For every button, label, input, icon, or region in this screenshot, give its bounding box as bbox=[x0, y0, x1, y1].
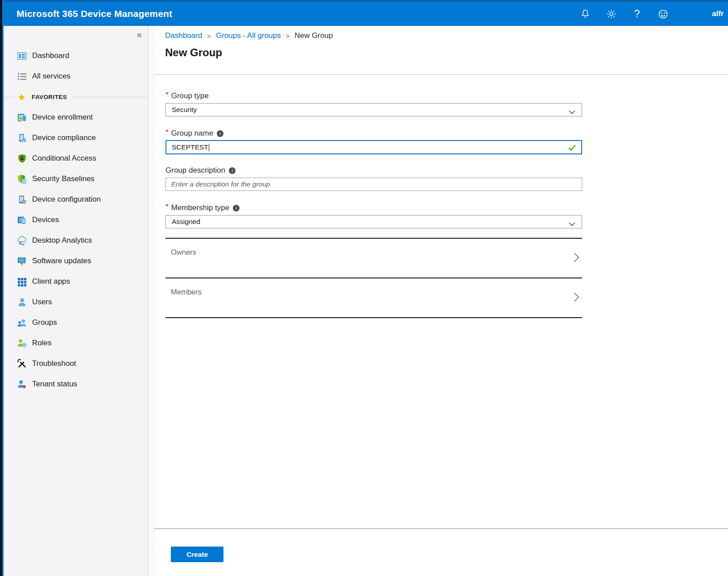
group-type-select[interactable]: Security bbox=[165, 103, 582, 116]
membership-type-label: * Membership type i bbox=[165, 203, 240, 212]
breadcrumb-separator: > bbox=[285, 32, 290, 40]
sidebar-item-client-apps[interactable]: Client apps bbox=[4, 271, 148, 292]
notifications-bell-icon[interactable] bbox=[575, 2, 595, 26]
star-icon bbox=[17, 93, 26, 101]
security-baselines-icon bbox=[17, 174, 27, 184]
breadcrumb: Dashboard > Groups - All groups > New Gr… bbox=[165, 31, 333, 40]
divider bbox=[73, 97, 148, 97]
valid-check-icon bbox=[568, 145, 576, 153]
group-type-value: Security bbox=[172, 106, 197, 114]
sidebar-item-device-configuration[interactable]: Device configuration bbox=[4, 189, 148, 210]
sidebar-item-all-services[interactable]: All services bbox=[4, 66, 148, 87]
sidebar-item-software-updates[interactable]: Software updates bbox=[4, 251, 148, 271]
required-asterisk: * bbox=[165, 91, 169, 99]
group-name-label-text: Group name bbox=[171, 129, 214, 138]
sidebar-item-device-compliance[interactable]: Device compliance bbox=[4, 128, 148, 148]
sidebar-item-users[interactable]: Users bbox=[4, 292, 148, 312]
sidebar-item-groups[interactable]: Groups bbox=[4, 312, 148, 333]
troubleshoot-icon bbox=[17, 359, 27, 369]
owners-members-list: Owners Members bbox=[165, 238, 582, 318]
all-services-icon bbox=[17, 71, 27, 82]
info-icon[interactable]: i bbox=[229, 167, 236, 174]
sidebar: « Dashboard All services bbox=[4, 26, 149, 576]
content-gap bbox=[149, 26, 154, 576]
sidebar-item-desktop-analytics[interactable]: Desktop Analytics bbox=[4, 230, 148, 251]
sidebar-collapse-button[interactable]: « bbox=[137, 29, 142, 40]
devices-icon bbox=[17, 215, 27, 225]
breadcrumb-dashboard[interactable]: Dashboard bbox=[165, 31, 202, 40]
membership-type-value: Assigned bbox=[172, 218, 200, 226]
settings-gear-icon[interactable] bbox=[601, 2, 621, 26]
device-enrollment-icon bbox=[17, 112, 27, 123]
text-cursor bbox=[209, 144, 209, 151]
group-description-input[interactable] bbox=[165, 178, 582, 191]
info-icon[interactable]: i bbox=[233, 205, 240, 211]
group-name-label: * Group name i bbox=[165, 129, 223, 138]
chevron-right-icon bbox=[574, 292, 579, 304]
divider bbox=[154, 74, 728, 75]
desktop-analytics-icon bbox=[17, 236, 27, 246]
tenant-status-icon bbox=[17, 379, 27, 390]
membership-type-label-text: Membership type bbox=[171, 203, 229, 212]
app-window: Microsoft 365 Device Management ? al bbox=[0, 0, 728, 576]
client-apps-icon bbox=[17, 277, 27, 287]
info-icon[interactable]: i bbox=[217, 130, 223, 137]
chevron-right-icon bbox=[574, 252, 579, 265]
breadcrumb-separator: > bbox=[207, 32, 211, 40]
groups-icon bbox=[17, 318, 27, 328]
create-button[interactable]: Create bbox=[171, 547, 223, 562]
favorites-header: FAVORITES bbox=[4, 87, 148, 107]
left-accent-stripe bbox=[0, 0, 4, 576]
sidebar-item-tenant-status[interactable]: Tenant status bbox=[4, 374, 148, 394]
top-bar: Microsoft 365 Device Management ? al bbox=[0, 2, 728, 26]
software-updates-icon bbox=[17, 256, 27, 266]
sidebar-item-device-enrollment[interactable]: Device enrollment bbox=[4, 107, 148, 128]
members-row[interactable]: Members bbox=[165, 278, 582, 317]
sidebar-item-devices[interactable]: Devices bbox=[4, 210, 148, 230]
owners-label: Owners bbox=[171, 248, 196, 257]
sidebar-item-roles[interactable]: Roles bbox=[4, 333, 148, 353]
group-description-label-text: Group description bbox=[165, 166, 225, 175]
feedback-smiley-icon[interactable] bbox=[653, 2, 673, 26]
divider bbox=[4, 97, 14, 97]
sidebar-item-dashboard[interactable]: Dashboard bbox=[4, 46, 148, 66]
help-icon[interactable]: ? bbox=[627, 2, 647, 26]
members-label: Members bbox=[171, 288, 202, 296]
conditional-access-icon bbox=[17, 153, 27, 164]
divider bbox=[154, 528, 728, 529]
device-configuration-icon bbox=[17, 195, 27, 205]
signed-in-user[interactable]: alfr bbox=[712, 2, 724, 26]
breadcrumb-groups-all-groups[interactable]: Groups - All groups bbox=[216, 31, 281, 40]
group-name-input[interactable]: SCEPTEST bbox=[165, 140, 582, 154]
required-asterisk: * bbox=[165, 128, 169, 137]
chevron-down-icon bbox=[569, 220, 575, 228]
owners-row[interactable]: Owners bbox=[165, 238, 582, 278]
roles-icon bbox=[17, 338, 27, 348]
new-group-blade: Dashboard > Groups - All groups > New Gr… bbox=[154, 26, 728, 576]
users-icon bbox=[17, 297, 27, 307]
membership-type-select[interactable]: Assigned bbox=[165, 215, 582, 228]
device-compliance-icon bbox=[17, 133, 27, 143]
required-asterisk: * bbox=[165, 203, 169, 211]
sidebar-item-security-baselines[interactable]: Security Baselines bbox=[4, 169, 148, 189]
sidebar-item-conditional-access[interactable]: Conditional Access bbox=[4, 148, 148, 169]
group-type-label-text: Group type bbox=[171, 91, 209, 100]
sidebar-nav: Dashboard All services FAVORITES bbox=[4, 26, 148, 394]
sidebar-item-troubleshoot[interactable]: Troubleshoot bbox=[4, 353, 148, 374]
group-name-value: SCEPTEST bbox=[172, 143, 208, 151]
chevron-down-icon bbox=[569, 108, 575, 116]
page-title: New Group bbox=[165, 46, 222, 59]
dashboard-icon bbox=[17, 51, 27, 61]
group-type-label: * Group type bbox=[165, 91, 209, 100]
breadcrumb-current: New Group bbox=[294, 31, 333, 40]
app-title: Microsoft 365 Device Management bbox=[17, 2, 172, 26]
group-description-label: Group description i bbox=[165, 166, 236, 175]
